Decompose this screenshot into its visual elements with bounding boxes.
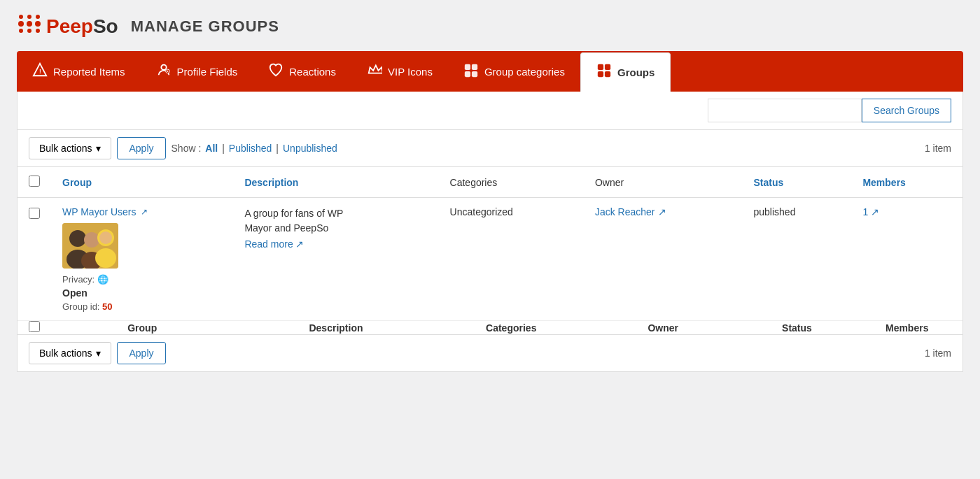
filter-unpublished[interactable]: Unpublished xyxy=(283,143,337,154)
search-button[interactable]: Search Groups xyxy=(862,99,951,122)
row-checkbox[interactable] xyxy=(29,208,40,219)
vip-crown-icon xyxy=(367,62,382,81)
table-header-row: Group Description Categories Owner Statu… xyxy=(18,167,962,198)
group-id-row: Group id: 50 xyxy=(62,301,222,312)
bulk-actions-dropdown-bottom[interactable]: Bulk actions ▾ xyxy=(29,342,111,364)
nav-profile-fields-label: Profile Fields xyxy=(177,66,238,78)
col-group-header[interactable]: Group xyxy=(51,167,233,198)
svg-point-8 xyxy=(36,29,40,33)
members-ext-icon: ↗ xyxy=(871,206,879,217)
nav-group-categories[interactable]: Group categories xyxy=(448,51,580,92)
nav-groups-active[interactable]: Groups xyxy=(580,52,671,92)
col-status-header[interactable]: Status xyxy=(743,167,852,198)
group-id-value: 50 xyxy=(102,301,112,312)
nav-profile-fields[interactable]: Profile Fields xyxy=(141,51,253,92)
members-cell: 1 ↗ xyxy=(851,198,962,321)
chevron-down-icon-bottom: ▾ xyxy=(96,348,101,359)
top-toolbar: Bulk actions ▾ Apply Show : All | Publis… xyxy=(17,130,963,167)
group-categories-icon xyxy=(463,63,479,80)
svg-point-10 xyxy=(161,64,166,69)
svg-rect-14 xyxy=(465,71,470,76)
toolbar-left: Bulk actions ▾ Apply Show : All | Publis… xyxy=(29,137,337,159)
filter-published[interactable]: Published xyxy=(229,143,272,154)
nav-group-categories-label: Group categories xyxy=(484,66,565,78)
nav-reactions[interactable]: Reactions xyxy=(253,51,351,92)
categories-value: Uncategorized xyxy=(450,206,513,217)
col-desc-header[interactable]: Description xyxy=(233,167,438,198)
bulk-actions-dropdown[interactable]: Bulk actions ▾ xyxy=(29,137,111,159)
filter-all[interactable]: All xyxy=(205,143,218,154)
col-members-header[interactable]: Members xyxy=(851,167,962,198)
svg-point-7 xyxy=(27,29,31,33)
svg-text:!: ! xyxy=(39,68,41,74)
row-checkbox-cell xyxy=(18,198,51,321)
svg-point-26 xyxy=(95,248,116,268)
groups-icon xyxy=(596,63,612,82)
svg-rect-13 xyxy=(472,64,477,69)
item-count-top: 1 item xyxy=(925,143,951,154)
chevron-down-icon: ▾ xyxy=(96,143,101,154)
logo-icon xyxy=(17,13,42,40)
svg-point-2 xyxy=(35,21,41,27)
status-cell: published xyxy=(743,198,852,321)
item-count-bottom: 1 item xyxy=(925,348,951,359)
group-name-link[interactable]: WP Mayor Users xyxy=(62,206,136,217)
page-title: MANAGE GROUPS xyxy=(131,17,279,36)
footer-col-desc[interactable]: Description xyxy=(233,321,438,335)
search-input[interactable] xyxy=(708,99,862,122)
footer-col-group[interactable]: Group xyxy=(51,321,233,335)
nav-reported-items[interactable]: ! Reported Items xyxy=(17,51,141,92)
status-value: published xyxy=(754,206,796,217)
bottom-toolbar-left: Bulk actions ▾ Apply xyxy=(29,342,166,364)
search-row: Search Groups xyxy=(17,92,963,130)
group-external-link-icon[interactable]: ↗ xyxy=(141,207,148,217)
col-cats-header: Categories xyxy=(439,167,584,198)
svg-point-0 xyxy=(18,21,24,27)
footer-col-status[interactable]: Status xyxy=(743,321,852,335)
col-check-header xyxy=(18,167,51,198)
apply-button-top[interactable]: Apply xyxy=(117,137,165,159)
group-info: WP Mayor Users ↗ xyxy=(62,206,222,312)
warning-icon: ! xyxy=(32,62,48,81)
nav-vip-icons-label: VIP Icons xyxy=(388,66,433,78)
nav-reported-items-label: Reported Items xyxy=(53,66,125,78)
footer-col-check xyxy=(18,321,51,335)
owner-link[interactable]: Jack Reacher ↗ xyxy=(595,206,732,217)
col-owner-header: Owner xyxy=(584,167,743,198)
apply-button-bottom[interactable]: Apply xyxy=(117,342,165,364)
footer-col-members[interactable]: Members xyxy=(851,321,962,335)
bottom-toolbar: Bulk actions ▾ Apply 1 item xyxy=(17,335,963,372)
categories-cell: Uncategorized xyxy=(439,198,584,321)
svg-point-1 xyxy=(27,21,32,27)
svg-rect-18 xyxy=(598,71,603,77)
svg-rect-16 xyxy=(598,64,603,70)
bulk-actions-bottom-label: Bulk actions xyxy=(39,348,92,359)
reactions-icon xyxy=(268,62,284,81)
svg-rect-15 xyxy=(472,71,477,76)
table-row: WP Mayor Users ↗ xyxy=(18,198,962,321)
svg-point-4 xyxy=(27,15,31,19)
group-name-row: WP Mayor Users ↗ xyxy=(62,206,222,217)
nav-vip-icons[interactable]: VIP Icons xyxy=(351,51,448,92)
desc-line1: A group for fans of WP xyxy=(244,208,343,219)
svg-point-6 xyxy=(19,29,23,33)
description-text: A group for fans of WP Mayor and PeepSo xyxy=(244,206,427,236)
peepso-logo: PeepSo xyxy=(17,13,118,40)
profile-fields-icon xyxy=(156,62,172,81)
members-link[interactable]: 1 ↗ xyxy=(862,206,951,217)
footer-select-all-checkbox[interactable] xyxy=(29,321,40,332)
read-more-link[interactable]: Read more ↗ xyxy=(244,238,427,250)
show-label: Show : xyxy=(172,143,202,154)
nav-bar: ! Reported Items Profile Fields xyxy=(17,51,963,92)
select-all-checkbox[interactable] xyxy=(29,176,40,187)
svg-rect-17 xyxy=(605,64,610,70)
logo-text: PeepSo xyxy=(46,15,118,38)
svg-point-23 xyxy=(84,232,99,248)
table-footer-header-row: Group Description Categories Owner Statu… xyxy=(18,321,962,335)
bulk-actions-label: Bulk actions xyxy=(39,143,92,154)
svg-rect-12 xyxy=(465,64,470,69)
privacy-label: Privacy: xyxy=(62,274,94,285)
nav-groups-label: Groups xyxy=(617,66,654,78)
footer-col-owner: Owner xyxy=(584,321,743,335)
description-cell: A group for fans of WP Mayor and PeepSo … xyxy=(233,198,438,321)
